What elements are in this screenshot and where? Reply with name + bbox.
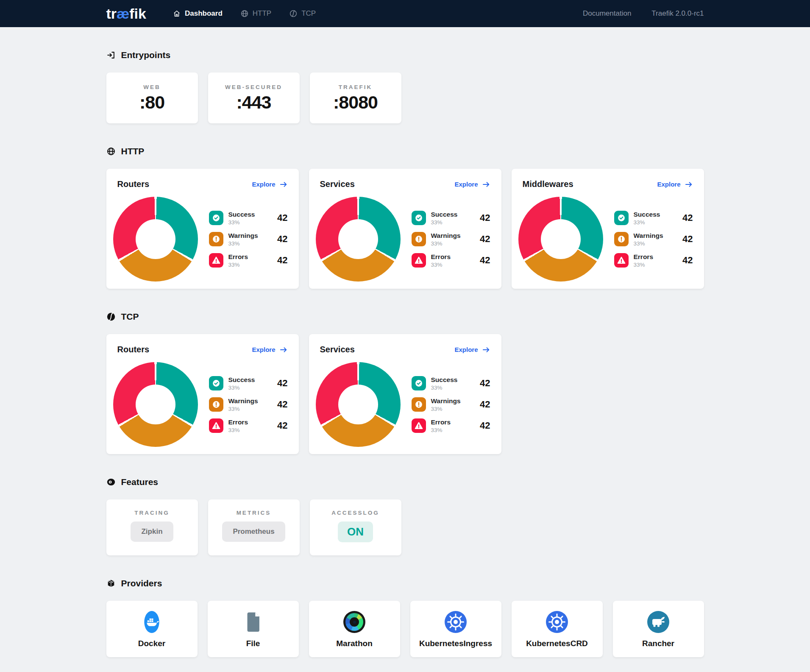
chart-card-title: Services xyxy=(320,179,355,189)
chart-card-header: Routers Explore xyxy=(106,334,299,354)
section-entrypoints: Entrypoints WEB :80 WEB-SECURED :443 TRA… xyxy=(106,50,704,123)
explore-link[interactable]: Explore xyxy=(454,180,490,189)
explore-link[interactable]: Explore xyxy=(454,346,490,354)
feature-name: TRACING xyxy=(106,510,198,516)
entrypoint-card: TRAEFIK :8080 xyxy=(310,72,401,123)
chart-legend: Success 33% 42 Warnings 33% 42 xyxy=(614,209,693,272)
feature-status-chip: Prometheus xyxy=(222,521,285,542)
features-row: TRACING Zipkin METRICS Prometheus ACCESS… xyxy=(106,499,704,555)
explore-label: Explore xyxy=(657,181,680,188)
top-navbar: træfik Dashboard HTTP TCP xyxy=(0,0,810,27)
stat-text: Errors 33% xyxy=(634,253,654,268)
legend-row-errors: Errors 33% 42 xyxy=(614,251,693,270)
stat-percent: 33% xyxy=(431,240,461,247)
stat-text: Success 33% xyxy=(228,376,255,391)
stat-label: Success xyxy=(431,211,458,218)
entrypoint-card: WEB-SECURED :443 xyxy=(208,72,300,123)
kubernetes-icon xyxy=(512,610,603,634)
nav-item-label: TCP xyxy=(301,9,316,18)
section-title: Entrypoints xyxy=(121,50,171,60)
stat-percent: 33% xyxy=(634,219,660,226)
success-icon xyxy=(209,211,223,225)
chart-legend: Success 33% 42 Warnings 33% 42 xyxy=(209,374,288,438)
stat-text: Errors 33% xyxy=(431,418,451,433)
stat-value: 42 xyxy=(682,255,693,266)
legend-row-success: Success 33% 42 xyxy=(412,374,490,393)
section-title: Features xyxy=(121,477,159,487)
traefik-logo[interactable]: træfik xyxy=(106,6,146,22)
providers-header: Providers xyxy=(106,578,704,588)
login-icon xyxy=(106,50,116,60)
nav-item-dashboard[interactable]: Dashboard xyxy=(173,9,223,18)
stat-label: Success xyxy=(431,376,458,384)
stat-label: Success xyxy=(228,211,255,218)
version-label: Traefik 2.0.0-rc1 xyxy=(651,9,704,18)
provider-card: Rancher xyxy=(613,601,704,657)
legend-row-warnings: Warnings 33% 42 xyxy=(412,230,490,248)
explore-label: Explore xyxy=(252,346,275,353)
globe-icon xyxy=(240,9,249,18)
legend-row-warnings: Warnings 33% 42 xyxy=(412,395,490,414)
legend-row-warnings: Warnings 33% 42 xyxy=(209,230,288,248)
legend-row-success: Success 33% 42 xyxy=(614,209,693,227)
cube-icon xyxy=(106,579,116,588)
chart-card: Services Explore Success 33% 42 xyxy=(309,334,501,454)
stat-percent: 33% xyxy=(431,262,451,268)
stat-text: Errors 33% xyxy=(431,253,451,268)
warning-icon xyxy=(614,232,629,246)
warning-icon xyxy=(209,232,223,246)
explore-link[interactable]: Explore xyxy=(252,346,287,354)
arrow-right-icon xyxy=(482,346,490,354)
explore-link[interactable]: Explore xyxy=(252,180,287,189)
tcp-icon xyxy=(106,312,116,321)
entrypoint-name: WEB xyxy=(106,84,198,90)
stat-value: 42 xyxy=(480,234,490,245)
stat-label: Errors xyxy=(228,418,248,426)
stat-percent: 33% xyxy=(634,262,654,268)
stat-label: Success xyxy=(634,211,660,218)
stat-value: 42 xyxy=(480,212,490,223)
feature-card: ACCESSLOG ON xyxy=(310,499,401,555)
stat-value: 42 xyxy=(277,212,287,223)
stat-value: 42 xyxy=(480,420,490,431)
nav-item-http[interactable]: HTTP xyxy=(240,9,271,18)
arrow-right-icon xyxy=(482,180,490,189)
chart-legend: Success 33% 42 Warnings 33% 42 xyxy=(412,209,490,272)
explore-label: Explore xyxy=(454,181,478,188)
entrypoints-row: WEB :80 WEB-SECURED :443 TRAEFIK :8080 xyxy=(106,72,704,123)
stat-value: 42 xyxy=(480,378,490,389)
stat-text: Warnings 33% xyxy=(228,397,258,412)
stat-value: 42 xyxy=(480,255,490,266)
nav-item-tcp[interactable]: TCP xyxy=(289,9,316,18)
rancher-icon xyxy=(613,610,704,634)
provider-card: KubernetesCRD xyxy=(512,601,603,657)
chart-card: Routers Explore Success 33% 42 xyxy=(106,169,299,289)
documentation-link[interactable]: Documentation xyxy=(583,9,631,18)
section-providers: Providers Docker File Marathon Kubernete… xyxy=(106,578,704,657)
stat-percent: 33% xyxy=(228,406,258,412)
explore-link[interactable]: Explore xyxy=(657,180,693,189)
dashboard-content: Entrypoints WEB :80 WEB-SECURED :443 TRA… xyxy=(106,50,704,657)
chart-card-header: Routers Explore xyxy=(106,169,299,189)
section-title: TCP xyxy=(121,312,139,321)
feature-status-chip: Zipkin xyxy=(131,521,173,542)
stat-label: Errors xyxy=(634,253,654,261)
legend-row-success: Success 33% 42 xyxy=(209,374,288,393)
success-icon xyxy=(209,376,223,390)
stat-percent: 33% xyxy=(228,262,248,268)
entrypoint-port: :80 xyxy=(106,92,198,113)
provider-card: File xyxy=(208,601,299,657)
stat-percent: 33% xyxy=(228,219,255,226)
provider-name: Docker xyxy=(106,639,198,648)
donut-chart xyxy=(518,197,603,282)
stat-label: Warnings xyxy=(228,397,258,405)
chart-legend: Success 33% 42 Warnings 33% 42 xyxy=(412,374,490,438)
provider-card: Docker xyxy=(106,601,198,657)
chart-card-title: Routers xyxy=(117,179,150,189)
chart-card-title: Routers xyxy=(117,345,150,354)
entrypoint-port: :443 xyxy=(208,92,300,113)
stat-value: 42 xyxy=(682,212,693,223)
feature-card: TRACING Zipkin xyxy=(106,499,198,555)
logo-text-pre: tr xyxy=(106,6,117,22)
stat-value: 42 xyxy=(480,399,490,410)
